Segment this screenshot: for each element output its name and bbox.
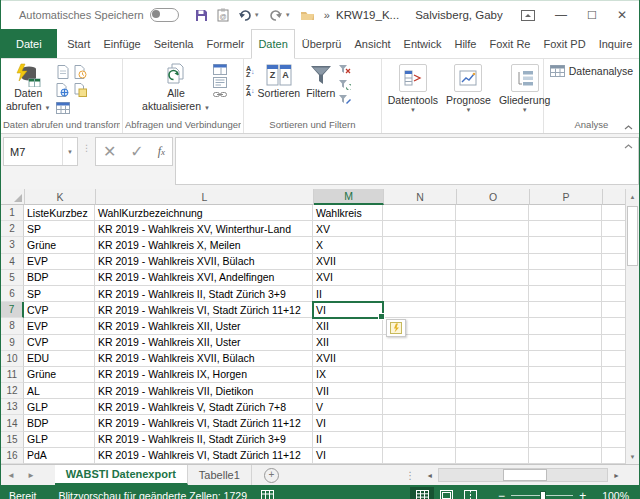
tab-splitter[interactable]: ⋮	[405, 470, 415, 481]
tab-inquire[interactable]: Inquire	[592, 29, 639, 58]
cell-M14[interactable]: VI	[313, 415, 383, 431]
zoom-slider-thumb[interactable]	[540, 491, 546, 499]
cell-M13[interactable]: V	[313, 399, 383, 415]
cell-O8[interactable]	[456, 318, 529, 334]
cell-O5[interactable]	[456, 270, 529, 286]
row-header-7[interactable]: 7	[1, 302, 24, 318]
cell-N15[interactable]	[383, 432, 456, 448]
cell-P15[interactable]	[529, 432, 602, 448]
page-layout-button[interactable]	[434, 487, 458, 499]
cell-K8[interactable]: EVP	[24, 318, 95, 334]
scroll-right-icon[interactable]: ►	[610, 472, 623, 479]
cell-N13[interactable]	[383, 399, 456, 415]
cell-P12[interactable]	[529, 383, 602, 399]
column-header-N[interactable]: N	[384, 189, 457, 205]
row-header-10[interactable]: 10	[1, 351, 24, 367]
advanced-filter-icon[interactable]	[338, 94, 351, 105]
cell-P4[interactable]	[529, 254, 602, 270]
cell-L10[interactable]: KR 2019 - Wahlkreis XVII, Bülach	[95, 351, 313, 367]
cell-M7[interactable]: VI	[313, 302, 383, 318]
cell-M5[interactable]: XVI	[313, 270, 383, 286]
cell-O2[interactable]	[456, 221, 529, 237]
row-header-2[interactable]: 2	[1, 221, 24, 237]
cell-K4[interactable]: EVP	[24, 254, 95, 270]
cell-O16[interactable]	[456, 448, 529, 464]
clear-filter-icon[interactable]	[338, 64, 351, 75]
cell-M9[interactable]: XII	[313, 335, 383, 351]
cell-K1[interactable]: ListeKurzbez	[24, 205, 95, 221]
cell-O14[interactable]	[456, 415, 529, 431]
cell-K15[interactable]: GLP	[24, 432, 95, 448]
column-header-P[interactable]: P	[530, 189, 603, 205]
cell-X4[interactable]	[602, 254, 626, 270]
cell-X1[interactable]	[602, 205, 626, 221]
flash-fill-status-icon[interactable]	[261, 490, 274, 499]
row-header-1[interactable]: 1	[1, 205, 24, 221]
cell-P6[interactable]	[529, 286, 602, 302]
row-header-15[interactable]: 15	[1, 432, 24, 448]
cell-N14[interactable]	[383, 415, 456, 431]
cell-N1[interactable]	[383, 205, 456, 221]
cell-X8[interactable]	[602, 318, 626, 334]
vertical-scroll-thumb[interactable]	[627, 206, 638, 266]
user-name[interactable]: Salvisberg, Gaby	[415, 9, 503, 21]
sheet-tab-tabelle1[interactable]: Tabelle1	[188, 465, 252, 485]
cell-M16[interactable]: VI	[313, 448, 383, 464]
reapply-filter-icon[interactable]	[338, 79, 351, 90]
cell-X9[interactable]	[602, 335, 626, 351]
enter-icon[interactable]: ✓	[130, 142, 143, 161]
cell-X16[interactable]	[602, 448, 626, 464]
existing-connections-icon[interactable]	[74, 83, 87, 97]
datatools-button[interactable]: Datentools ▼	[384, 63, 442, 115]
horizontal-scroll-thumb[interactable]	[503, 469, 547, 481]
cell-O12[interactable]	[456, 383, 529, 399]
get-data-button[interactable]: Daten abrufen ▼	[3, 61, 54, 115]
cell-M15[interactable]: II	[313, 432, 383, 448]
cell-X3[interactable]	[602, 237, 626, 253]
cell-K10[interactable]: EDU	[24, 351, 95, 367]
cell-K3[interactable]: Grüne	[24, 237, 95, 253]
cell-N10[interactable]	[383, 351, 456, 367]
cell-O3[interactable]	[456, 237, 529, 253]
cell-P9[interactable]	[529, 335, 602, 351]
cell-L4[interactable]: KR 2019 - Wahlkreis XVII, Bülach	[95, 254, 313, 270]
cell-L13[interactable]: KR 2019 - Wahlkreis V, Stadt Zürich 7+8	[95, 399, 313, 415]
tab-foxit-pd[interactable]: Foxit PD	[537, 29, 592, 58]
cell-M8[interactable]: XII	[313, 318, 383, 334]
cell-L3[interactable]: KR 2019 - Wahlkreis X, Meilen	[95, 237, 313, 253]
cell-L9[interactable]: KR 2019 - Wahlkreis XII, Uster	[95, 335, 313, 351]
filter-button[interactable]: Filtern	[303, 61, 338, 102]
cell-M6[interactable]: II	[313, 286, 383, 302]
cell-O10[interactable]	[456, 351, 529, 367]
cell-X11[interactable]	[602, 367, 626, 383]
add-sheet-button[interactable]: +	[264, 468, 279, 483]
tab-formelr[interactable]: Formelr	[200, 29, 251, 58]
maximize-button[interactable]: ☐	[587, 10, 597, 21]
column-header-L[interactable]: L	[96, 189, 314, 205]
undo-button[interactable]: ▼	[238, 9, 260, 21]
cell-O15[interactable]	[456, 432, 529, 448]
cell-L2[interactable]: KR 2019 - Wahlkreis XV, Winterthur-Land	[95, 221, 313, 237]
cell-P11[interactable]	[529, 367, 602, 383]
normal-view-button[interactable]	[410, 487, 434, 499]
formula-bar-splitter[interactable]: ⋮	[78, 137, 95, 153]
scroll-left-icon[interactable]: ◄	[423, 472, 436, 479]
select-all-corner[interactable]	[1, 189, 25, 205]
row-header-5[interactable]: 5	[1, 270, 24, 286]
cell-X14[interactable]	[602, 415, 626, 431]
zoom-out-icon[interactable]: −	[492, 489, 511, 499]
sort-button[interactable]: ZA Sortieren	[255, 61, 304, 102]
cell-P14[interactable]	[529, 415, 602, 431]
scroll-up-icon[interactable]: ▲	[626, 189, 639, 204]
cell-L12[interactable]: KR 2019 - Wahlkreis VII, Dietikon	[95, 383, 313, 399]
cell-M3[interactable]: X	[313, 237, 383, 253]
cell-P13[interactable]	[529, 399, 602, 415]
cell-O1[interactable]	[456, 205, 529, 221]
cell-X7[interactable]	[602, 302, 626, 318]
cancel-icon[interactable]: ✕	[103, 142, 116, 161]
sort-za-icon[interactable]: ZA↓	[246, 85, 255, 98]
row-header-6[interactable]: 6	[1, 286, 24, 302]
cell-M2[interactable]: XV	[313, 221, 383, 237]
cell-N5[interactable]	[383, 270, 456, 286]
cell-L11[interactable]: KR 2019 - Wahlkreis IX, Horgen	[95, 367, 313, 383]
